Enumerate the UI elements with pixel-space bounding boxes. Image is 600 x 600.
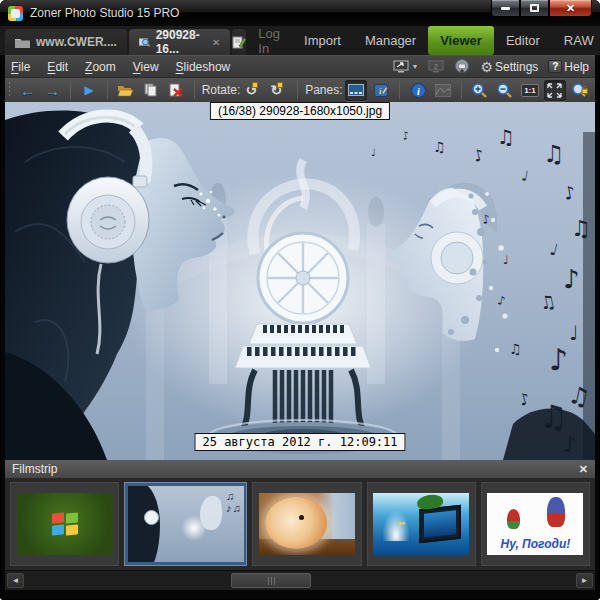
monitor-icon [393, 60, 409, 73]
scroll-right-button[interactable]: ► [576, 573, 593, 588]
svg-text:♪: ♪ [563, 264, 580, 294]
fit-to-screen-button[interactable] [544, 80, 566, 101]
mode-raw[interactable]: RAW [552, 26, 600, 55]
svg-text:♫: ♫ [509, 341, 522, 357]
play-icon: ▶ [85, 83, 94, 97]
settings-button[interactable]: ⚙ Settings [480, 59, 538, 75]
thumbnail-image: ♫♪♫ [128, 486, 244, 562]
zoom-lock-icon [572, 83, 588, 98]
thumbnail-nu-pogodi[interactable]: Ну, Погоди! [481, 482, 590, 566]
svg-text:♫: ♫ [543, 140, 565, 168]
menu-edit[interactable]: Edit [47, 60, 68, 74]
thumbnail-image [17, 493, 113, 555]
histogram-button[interactable] [432, 80, 454, 101]
scroll-left-icon: ◄ [12, 576, 20, 585]
svg-text:♩: ♩ [569, 321, 578, 345]
scroll-right-icon: ► [581, 576, 589, 585]
rotate-left-badge [252, 82, 258, 88]
mode-editor[interactable]: Editor [494, 26, 552, 55]
tab-label: 290928-16... [156, 28, 204, 56]
zoom-in-button[interactable] [469, 80, 491, 101]
display-select-button[interactable]: ▼ [393, 60, 418, 73]
tab-close-icon[interactable]: ✕ [212, 37, 220, 48]
svg-text:♩: ♩ [371, 147, 376, 158]
information-button[interactable]: i [407, 80, 429, 101]
viewer-toolbar: ← → ▶ Rotate: ↺ ↻ Panes: [5, 77, 595, 102]
edit-note-icon [232, 35, 246, 49]
minimize-icon [501, 7, 510, 10]
minimize-button[interactable] [491, 0, 520, 17]
mode-login[interactable]: Log In [246, 26, 292, 55]
one-to-one-icon: 1:1 [521, 84, 539, 97]
panes-info-button[interactable]: i [370, 80, 392, 101]
svg-text:♫: ♫ [433, 139, 446, 155]
zoom-lock-button[interactable] [569, 80, 591, 101]
separator [194, 81, 195, 99]
svg-text:♩: ♩ [503, 253, 509, 267]
info-pane-icon: i [374, 84, 388, 97]
window-title: Zoner Photo Studio 15 PRO [30, 6, 179, 20]
thumbnail-ocean-tv[interactable]: ◂◂ [367, 482, 476, 566]
open-folder-icon [117, 84, 134, 97]
open-folder-button[interactable] [115, 80, 137, 101]
rotate-label: Rotate: [202, 83, 241, 97]
filmstrip-thumbnails: ♫♪♫ ◂◂ Ну, Погоди! [5, 478, 595, 570]
delete-button[interactable] [165, 80, 187, 101]
menu-slideshow[interactable]: Slideshow [176, 60, 231, 74]
separator [399, 81, 400, 99]
zoom-out-button[interactable] [494, 80, 516, 101]
second-monitor-icon[interactable]: 2 [428, 60, 444, 73]
thumbnail-hamster[interactable] [252, 482, 361, 566]
filmstrip-header: Filmstrip ✕ [5, 460, 595, 478]
menu-view[interactable]: View [133, 60, 159, 74]
scrollbar-thumb[interactable] [231, 573, 311, 588]
zoom-in-icon [472, 83, 487, 98]
mode-import[interactable]: Import [292, 26, 353, 55]
panes-label: Panes: [305, 83, 342, 97]
previous-button[interactable]: ← [16, 80, 38, 101]
separator [297, 81, 298, 99]
maximize-button[interactable] [520, 0, 549, 17]
chevron-down-icon: ▼ [411, 63, 418, 70]
forward-arrow-icon: → [45, 82, 60, 99]
filmstrip-close-icon[interactable]: ✕ [579, 463, 588, 476]
slideshow-play-button[interactable]: ▶ [78, 80, 100, 101]
help-icon: ? [548, 60, 562, 73]
panes-filmstrip-button[interactable] [345, 80, 367, 101]
actual-size-button[interactable]: 1:1 [519, 80, 541, 101]
separator [107, 81, 108, 99]
thumbnail-headphones-art-selected[interactable]: ♫♪♫ [124, 482, 247, 566]
menu-file[interactable]: File [11, 60, 30, 74]
scroll-left-button[interactable]: ◄ [7, 573, 24, 588]
tab-browser[interactable]: www.CWER.... [5, 29, 127, 55]
title-bar[interactable]: Zoner Photo Studio 15 PRO ✕ [0, 0, 600, 26]
upload-transfer-icon[interactable] [454, 59, 470, 74]
filmstrip-scrollbar[interactable]: ◄ ► [5, 570, 595, 590]
copy-icon [144, 83, 157, 97]
thumbnail-windows-grass[interactable] [10, 482, 119, 566]
mode-manager[interactable]: Manager [353, 26, 428, 55]
rotate-right-button[interactable]: ↻ [268, 80, 290, 101]
tab-label: www.CWER.... [36, 35, 117, 49]
viewer-canvas[interactable]: ♪ ♫ ♩ ♫ ♪ ♫ ♩ ♪ ♫ ♩ ♪ ♫ ♫ ♪ ♪ ♫ ♪ ♩ ♪ ♫ [5, 102, 595, 460]
thumbnail-caption: Ну, Погоди! [487, 537, 583, 551]
svg-text:♫: ♫ [497, 125, 515, 149]
help-button[interactable]: ? Help [548, 60, 589, 74]
tab-bar: www.CWER.... 290928-16... ✕ Log In Impor… [0, 26, 600, 55]
close-button[interactable]: ✕ [549, 0, 592, 17]
new-note-button[interactable] [232, 29, 246, 55]
image-datetime-label: 25 августа 2012 г. 12:09:11 [194, 433, 405, 451]
rotate-left-button[interactable]: ↺ [243, 80, 265, 101]
image-search-icon [139, 36, 150, 48]
toolbar-grip[interactable] [9, 82, 10, 98]
photo-headphones-music-art: ♪ ♫ ♩ ♫ ♪ ♫ ♩ ♪ ♫ ♩ ♪ ♫ ♫ ♪ ♪ ♫ ♪ ♩ ♪ ♫ [5, 102, 595, 460]
tab-image-viewer[interactable]: 290928-16... ✕ [129, 29, 230, 55]
menu-zoom[interactable]: Zoom [85, 60, 116, 74]
filmstrip-pane-icon [348, 84, 364, 96]
next-button[interactable]: → [41, 80, 63, 101]
thumbnail-image: Ну, Погоди! [487, 493, 583, 555]
mode-viewer[interactable]: Viewer [428, 26, 494, 55]
copy-button[interactable] [140, 80, 162, 101]
separator [461, 81, 462, 99]
separator [70, 81, 71, 99]
